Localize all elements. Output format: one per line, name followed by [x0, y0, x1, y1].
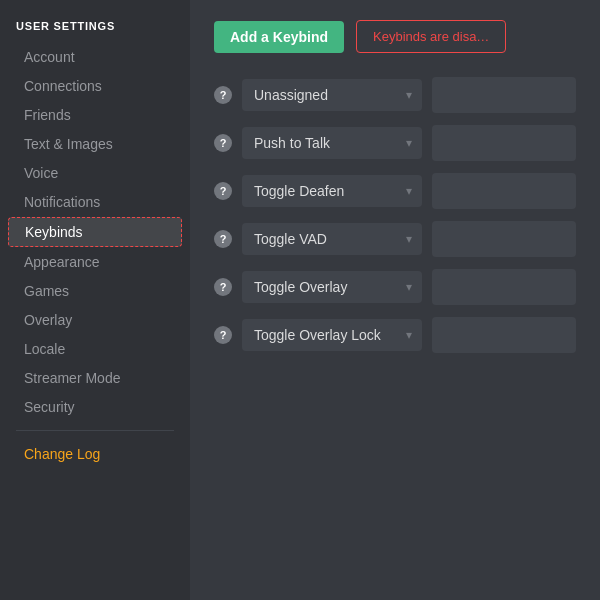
keybind-row-unassigned: ?UnassignedPush to TalkToggle DeafenTogg… [214, 77, 576, 113]
keybind-input-toggle-overlay-lock[interactable] [432, 317, 576, 353]
keybind-input-unassigned[interactable] [432, 77, 576, 113]
select-wrapper-unassigned: UnassignedPush to TalkToggle DeafenToggl… [242, 79, 422, 111]
keybind-select-toggle-deafen[interactable]: UnassignedPush to TalkToggle DeafenToggl… [242, 175, 422, 207]
select-wrapper-toggle-deafen: UnassignedPush to TalkToggle DeafenToggl… [242, 175, 422, 207]
keybind-select-toggle-overlay-lock[interactable]: UnassignedPush to TalkToggle DeafenToggl… [242, 319, 422, 351]
sidebar-divider [16, 430, 174, 431]
help-icon[interactable]: ? [214, 182, 232, 200]
sidebar-item-overlay[interactable]: Overlay [8, 306, 182, 334]
sidebar: USER SETTINGS AccountConnectionsFriendsT… [0, 0, 190, 600]
select-wrapper-toggle-overlay-lock: UnassignedPush to TalkToggle DeafenToggl… [242, 319, 422, 351]
sidebar-item-account[interactable]: Account [8, 43, 182, 71]
keybind-select-unassigned[interactable]: UnassignedPush to TalkToggle DeafenToggl… [242, 79, 422, 111]
sidebar-title: USER SETTINGS [0, 16, 190, 42]
keybind-row-push-to-talk: ?UnassignedPush to TalkToggle DeafenTogg… [214, 125, 576, 161]
help-icon[interactable]: ? [214, 326, 232, 344]
keybind-row-toggle-vad: ?UnassignedPush to TalkToggle DeafenTogg… [214, 221, 576, 257]
sidebar-item-text-images[interactable]: Text & Images [8, 130, 182, 158]
sidebar-item-friends[interactable]: Friends [8, 101, 182, 129]
keybind-row-toggle-overlay: ?UnassignedPush to TalkToggle DeafenTogg… [214, 269, 576, 305]
keybind-select-toggle-vad[interactable]: UnassignedPush to TalkToggle DeafenToggl… [242, 223, 422, 255]
sidebar-item-connections[interactable]: Connections [8, 72, 182, 100]
header-row: Add a Keybind Keybinds are disa… [214, 20, 576, 53]
sidebar-item-change-log[interactable]: Change Log [8, 440, 182, 468]
sidebar-item-keybinds[interactable]: Keybinds [8, 217, 182, 247]
main-content: Add a Keybind Keybinds are disa… ?Unassi… [190, 0, 600, 600]
sidebar-item-locale[interactable]: Locale [8, 335, 182, 363]
sidebar-item-notifications[interactable]: Notifications [8, 188, 182, 216]
sidebar-item-voice[interactable]: Voice [8, 159, 182, 187]
help-icon[interactable]: ? [214, 230, 232, 248]
disabled-notice: Keybinds are disa… [356, 20, 506, 53]
keybind-select-push-to-talk[interactable]: UnassignedPush to TalkToggle DeafenToggl… [242, 127, 422, 159]
keybind-row-toggle-overlay-lock: ?UnassignedPush to TalkToggle DeafenTogg… [214, 317, 576, 353]
keybind-rows: ?UnassignedPush to TalkToggle DeafenTogg… [214, 77, 576, 353]
select-wrapper-toggle-vad: UnassignedPush to TalkToggle DeafenToggl… [242, 223, 422, 255]
help-icon[interactable]: ? [214, 134, 232, 152]
keybind-input-toggle-deafen[interactable] [432, 173, 576, 209]
keybind-select-toggle-overlay[interactable]: UnassignedPush to TalkToggle DeafenToggl… [242, 271, 422, 303]
keybind-row-toggle-deafen: ?UnassignedPush to TalkToggle DeafenTogg… [214, 173, 576, 209]
keybind-input-toggle-overlay[interactable] [432, 269, 576, 305]
keybind-input-push-to-talk[interactable] [432, 125, 576, 161]
add-keybind-button[interactable]: Add a Keybind [214, 21, 344, 53]
sidebar-item-streamer-mode[interactable]: Streamer Mode [8, 364, 182, 392]
sidebar-item-security[interactable]: Security [8, 393, 182, 421]
help-icon[interactable]: ? [214, 278, 232, 296]
sidebar-item-appearance[interactable]: Appearance [8, 248, 182, 276]
select-wrapper-toggle-overlay: UnassignedPush to TalkToggle DeafenToggl… [242, 271, 422, 303]
sidebar-item-games[interactable]: Games [8, 277, 182, 305]
keybind-input-toggle-vad[interactable] [432, 221, 576, 257]
select-wrapper-push-to-talk: UnassignedPush to TalkToggle DeafenToggl… [242, 127, 422, 159]
help-icon[interactable]: ? [214, 86, 232, 104]
